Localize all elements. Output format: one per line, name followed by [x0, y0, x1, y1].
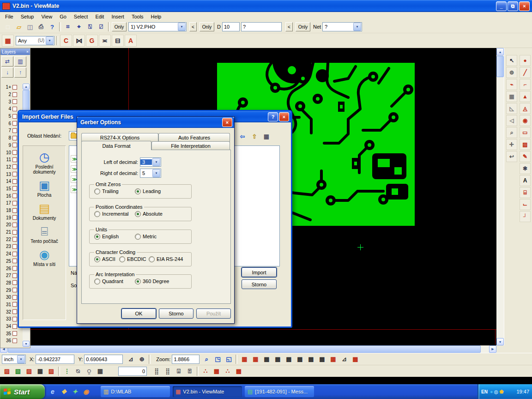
- layer-visibility-checkbox[interactable]: [12, 85, 17, 90]
- chevron-down-icon[interactable]: [46, 36, 54, 45]
- prev-net-button[interactable]: <: [285, 22, 293, 31]
- layer-visibility-checkbox[interactable]: [12, 273, 17, 278]
- layer-visibility-checkbox[interactable]: [12, 172, 17, 176]
- mirror-icon[interactable]: ◁: [506, 115, 517, 126]
- negative-mode-icon[interactable]: ▨: [46, 366, 56, 376]
- layer-visibility-checkbox[interactable]: [12, 324, 17, 329]
- radio-icon[interactable]: [135, 211, 141, 217]
- add-text-icon[interactable]: A: [520, 175, 531, 186]
- open-file-icon[interactable]: ▱: [14, 22, 24, 32]
- fill-mode-icon[interactable]: ▨: [24, 366, 34, 376]
- layer-visibility-checkbox[interactable]: [12, 201, 17, 206]
- layer-visibility-checkbox[interactable]: [12, 136, 17, 140]
- layer-visibility-checkbox[interactable]: [12, 128, 17, 133]
- radio-icon[interactable]: [94, 256, 100, 262]
- board-view-icon-2[interactable]: ▩: [272, 354, 283, 364]
- apply-button[interactable]: Použít: [196, 308, 231, 319]
- chevron-down-icon[interactable]: [17, 355, 25, 363]
- pattern-icon[interactable]: ▩: [350, 354, 360, 364]
- radio-absolute[interactable]: Absolute: [135, 211, 163, 217]
- browser-icon[interactable]: ◉: [81, 387, 91, 396]
- cancel-button[interactable]: Storno: [159, 308, 193, 319]
- view-menu-icon[interactable]: ▦: [261, 131, 272, 141]
- sketch-pencil-icon[interactable]: ✎: [520, 151, 531, 162]
- layers-panel-titlebar[interactable]: Layers ×: [0, 48, 30, 55]
- layer-visibility-checkbox[interactable]: [12, 237, 17, 242]
- radio-ebcdic[interactable]: EBCDIC: [119, 256, 149, 262]
- chevron-down-icon[interactable]: [152, 169, 160, 177]
- board-view-icon-5[interactable]: ▩: [306, 354, 316, 364]
- layer-visibility-checkbox[interactable]: [12, 317, 17, 321]
- dimension-icon[interactable]: ⌗: [63, 22, 73, 32]
- radio-metric[interactable]: Metric: [135, 234, 157, 240]
- dcode-list-icon[interactable]: C: [60, 35, 72, 47]
- only-layer-toggle[interactable]: Only: [112, 22, 127, 31]
- hscroll-thumb[interactable]: [8, 345, 481, 353]
- menu-item[interactable]: View: [37, 13, 56, 20]
- layer-visibility-checkbox[interactable]: [12, 114, 17, 119]
- draw-arrow-icon[interactable]: ▲: [520, 91, 531, 102]
- layer-visibility-checkbox[interactable]: [12, 164, 17, 169]
- layer-swap-icon[interactable]: ⇄: [1, 56, 13, 66]
- radio-incremental[interactable]: Incremental: [94, 211, 135, 217]
- menu-item[interactable]: File: [1, 13, 17, 20]
- volume-tray-icon[interactable]: ◍: [494, 389, 499, 395]
- chevron-down-icon[interactable]: [178, 23, 186, 31]
- angle-ruler-icon[interactable]: ⊿: [339, 354, 349, 364]
- dot-grid-icon[interactable]: ⣿: [151, 366, 162, 376]
- layers-scroll-thumb[interactable]: [23, 90, 30, 112]
- aperture-grid-icon[interactable]: ▦: [2, 35, 14, 47]
- security-shield-icon[interactable]: ⬟: [499, 389, 504, 395]
- query-net-icon[interactable]: ⍁: [96, 22, 106, 32]
- radio-icon[interactable]: [94, 211, 100, 217]
- scroll-down-icon[interactable]: [23, 341, 30, 347]
- layer-visibility-checkbox[interactable]: [12, 208, 17, 213]
- gcode-icon[interactable]: G: [86, 35, 98, 47]
- task-message[interactable]: ▤ [191-482-091] - Mess...: [245, 386, 314, 397]
- layer-visibility-checkbox[interactable]: [12, 157, 17, 162]
- aperture-shape-icon[interactable]: ⋈: [73, 35, 85, 47]
- radio-icon[interactable]: [119, 256, 125, 262]
- layer-down-icon[interactable]: ↓: [1, 67, 13, 78]
- layer-visibility-checkbox[interactable]: [12, 92, 17, 97]
- y-coordinate-input[interactable]: [84, 355, 123, 364]
- gerber-options-titlebar[interactable]: Gerber Options ×: [77, 117, 234, 128]
- place-desktop[interactable]: ▣ Plocha: [24, 178, 65, 198]
- layer-row[interactable]: 2: [1, 91, 22, 98]
- layer-visibility-checkbox[interactable]: [12, 339, 17, 343]
- zoom-in-icon[interactable]: ⌕: [201, 354, 212, 364]
- place-recent[interactable]: ◷ Poslední dokumenty: [24, 150, 65, 175]
- probe-b-icon[interactable]: ⍜: [84, 366, 94, 376]
- layer-up-icon[interactable]: ↑: [14, 67, 26, 78]
- sketch-mode-icon[interactable]: ▦: [35, 366, 45, 376]
- zoom-window-icon[interactable]: ◳: [212, 354, 223, 364]
- origin-target-icon[interactable]: ⊕: [137, 354, 147, 364]
- pointer-icon[interactable]: ↖: [506, 55, 517, 66]
- flash-pad-icon[interactable]: ⊟: [112, 35, 124, 47]
- radio-icon[interactable]: [135, 188, 141, 194]
- layer-visibility-checkbox[interactable]: [12, 186, 17, 191]
- layer-visibility-checkbox[interactable]: [12, 193, 17, 198]
- close-button[interactable]: ×: [279, 112, 289, 121]
- radio-icon[interactable]: [149, 256, 155, 262]
- corner-right-icon[interactable]: ┘: [520, 211, 531, 222]
- draw-triangle-icon[interactable]: ◬: [520, 103, 531, 114]
- canvas-vscrollbar[interactable]: [496, 48, 504, 345]
- draw-elbow-icon[interactable]: ⌐: [520, 79, 531, 90]
- menu-item[interactable]: Select: [70, 13, 92, 20]
- only-dcode-toggle[interactable]: Only: [200, 22, 214, 31]
- dcode-filter-input[interactable]: [241, 22, 282, 31]
- right-of-decimal-combo[interactable]: 5: [140, 169, 161, 178]
- chevron-down-icon[interactable]: [152, 158, 160, 166]
- update-icon[interactable]: ✦: [70, 387, 79, 396]
- hatch-pattern2-icon[interactable]: ▩: [234, 366, 244, 376]
- tab-data-format[interactable]: Data Format: [81, 141, 151, 150]
- dots-pattern-icon[interactable]: ∴: [200, 366, 211, 376]
- layer-row[interactable]: 3: [1, 98, 22, 105]
- menu-item[interactable]: Setup: [17, 13, 38, 20]
- layer-visibility-checkbox[interactable]: [12, 99, 17, 104]
- prev-dcode-button[interactable]: <: [189, 22, 197, 31]
- tab-auto-features[interactable]: Auto Features: [158, 133, 230, 142]
- dcode-input[interactable]: [222, 22, 240, 31]
- layer-visibility-checkbox[interactable]: [12, 331, 17, 336]
